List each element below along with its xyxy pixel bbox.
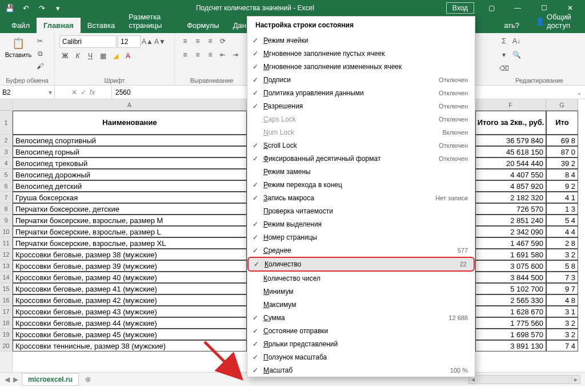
ctx-item-page-number[interactable]: ✓Номер страницы bbox=[247, 231, 475, 244]
cell-total-q2[interactable]: 3 075 600 bbox=[475, 260, 546, 272]
ctx-item-flash-blank[interactable]: ✓Мгновенное заполнение пустых ячеек bbox=[247, 47, 475, 60]
cell-total[interactable]: 69 8 bbox=[546, 135, 578, 146]
cut-icon[interactable]: ✂ bbox=[34, 35, 46, 47]
find-select-icon[interactable]: 🔍 bbox=[511, 49, 522, 60]
cell-total-q2[interactable]: 5 102 700 bbox=[475, 283, 546, 294]
cell-total[interactable]: 7 4 bbox=[546, 340, 578, 351]
ctx-item-fixed-dec[interactable]: ✓Фиксированный десятичный форматОтключен bbox=[247, 152, 475, 165]
fx-icon[interactable]: fx bbox=[90, 88, 95, 96]
cell-total[interactable]: 4 4 bbox=[546, 226, 578, 237]
cell-total[interactable]: 7 3 bbox=[546, 272, 578, 283]
ctx-item-selection-mode[interactable]: ✓Режим выделения bbox=[247, 217, 475, 231]
autosum-icon[interactable]: Σ bbox=[498, 35, 510, 47]
cell-total[interactable]: 2 8 bbox=[546, 237, 578, 249]
column-header-total[interactable]: Ито bbox=[546, 111, 578, 135]
cell-total-q2[interactable]: 1 691 580 bbox=[475, 249, 546, 260]
ctx-item-caps[interactable]: Caps LockОтключен bbox=[247, 112, 475, 126]
ctx-item-num-count[interactable]: Количество чисел bbox=[247, 272, 475, 285]
cell-total[interactable]: 1 3 bbox=[546, 203, 578, 215]
sort-filter-icon[interactable]: A↓ bbox=[511, 35, 522, 47]
cell-total[interactable]: 3 1 bbox=[546, 306, 578, 317]
cell-name[interactable]: Кроссовки беговые, размер 38 (мужские) bbox=[13, 249, 247, 260]
cell-total-q2[interactable]: 4 857 920 bbox=[475, 180, 546, 192]
font-name-select[interactable]: Calibri bbox=[59, 35, 117, 48]
ctx-item-end-mode[interactable]: ✓Режим перехода в конец bbox=[247, 178, 475, 191]
horizontal-scrollbar[interactable] bbox=[479, 375, 570, 384]
ribbon-options-icon[interactable]: ▢ bbox=[479, 0, 504, 16]
cell-total-q2[interactable]: 4 407 550 bbox=[475, 169, 546, 180]
ctx-item-cell-mode[interactable]: ✓Режим ячейки bbox=[247, 34, 475, 47]
row-header[interactable]: 10 bbox=[0, 226, 12, 237]
ctx-item-accessibility[interactable]: Проверка читаемости bbox=[247, 204, 475, 217]
italic-button[interactable]: К bbox=[72, 50, 83, 62]
row-header[interactable]: 4 bbox=[0, 157, 12, 169]
col-header-f[interactable]: F bbox=[475, 99, 546, 111]
row-header[interactable]: 5 bbox=[0, 169, 12, 180]
cell-total[interactable]: 3 2 bbox=[546, 249, 578, 260]
ctx-item-upload[interactable]: ✓Состояние отправки bbox=[247, 324, 475, 337]
ctx-item-min[interactable]: Минимум bbox=[247, 285, 475, 298]
sign-in-button[interactable]: Вход bbox=[446, 2, 474, 14]
tab-tell-me[interactable]: ать? bbox=[497, 18, 526, 33]
font-size-select[interactable]: 12 bbox=[118, 35, 141, 48]
col-header-g[interactable]: G bbox=[546, 99, 578, 111]
align-center-icon[interactable]: ≡ bbox=[192, 49, 203, 60]
row-header[interactable]: 19 bbox=[0, 329, 12, 340]
ctx-item-zoom[interactable]: ✓Масштаб100 % bbox=[247, 363, 475, 377]
cell-total[interactable]: 3 2 bbox=[546, 329, 578, 340]
ctx-item-macro[interactable]: ✓Запись макросаНет записи bbox=[247, 191, 475, 204]
ctx-item-scroll[interactable]: ✓Scroll LockОтключен bbox=[247, 139, 475, 152]
underline-button[interactable]: Ч bbox=[85, 50, 96, 62]
align-middle-icon[interactable]: ≡ bbox=[192, 35, 203, 47]
tab-insert[interactable]: Вставка bbox=[81, 18, 122, 33]
cell-total-q2[interactable]: 2 182 320 bbox=[475, 192, 546, 203]
cell-total-q2[interactable]: 3 891 130 bbox=[475, 340, 546, 351]
row-header[interactable]: 16 bbox=[0, 294, 12, 306]
decrease-font-icon[interactable]: A▼ bbox=[154, 36, 166, 47]
orientation-icon[interactable]: ⟳ bbox=[217, 35, 229, 47]
row-header[interactable]: 13 bbox=[0, 260, 12, 272]
cell-name[interactable]: Кроссовки беговые, размер 45 (мужские) bbox=[13, 329, 247, 340]
cancel-formula-icon[interactable]: ✕ bbox=[71, 88, 77, 96]
cell-name[interactable]: Кроссовки беговые, размер 40 (мужские) bbox=[13, 272, 247, 283]
tab-home[interactable]: Главная bbox=[37, 18, 81, 33]
cell-name[interactable]: Велосипед дорожный bbox=[13, 169, 247, 180]
cell-name[interactable]: Кроссовки беговые, размер 41 (мужские) bbox=[13, 283, 247, 294]
fill-color-icon[interactable]: ◢ bbox=[110, 50, 121, 62]
cell-total-q2[interactable]: 726 570 bbox=[475, 203, 546, 215]
cell-name[interactable]: Перчатки боксерские, взрослые, размер L bbox=[13, 226, 247, 237]
ctx-item-num[interactable]: Num LockВключен bbox=[247, 126, 475, 139]
cell-total[interactable]: 4 1 bbox=[546, 192, 578, 203]
cell-name[interactable]: Груша боксерская bbox=[13, 192, 247, 203]
cell-total-q2[interactable]: 1 698 570 bbox=[475, 329, 546, 340]
align-top-icon[interactable]: ≡ bbox=[179, 35, 191, 47]
redo-icon[interactable]: ↷ bbox=[35, 2, 48, 14]
share-button[interactable]: 👤 Общий доступ bbox=[526, 9, 585, 33]
cell-total[interactable]: 4 8 bbox=[546, 294, 578, 306]
cell-total-q2[interactable]: 3 844 500 bbox=[475, 272, 546, 283]
cell-name[interactable]: Кроссовки беговые, размер 39 (мужские) bbox=[13, 260, 247, 272]
cell-name[interactable]: Кроссовки беговые, размер 43 (мужские) bbox=[13, 306, 247, 317]
paste-button[interactable]: 📋 Вставить bbox=[5, 35, 32, 58]
select-all-corner[interactable] bbox=[0, 99, 12, 111]
row-header[interactable]: 18 bbox=[0, 317, 12, 329]
cell-name[interactable]: Велосипед детский bbox=[13, 180, 247, 192]
cell-total-q2[interactable]: 36 579 840 bbox=[475, 135, 546, 146]
increase-font-icon[interactable]: A▲ bbox=[142, 36, 153, 47]
tab-formulas[interactable]: Формулы bbox=[180, 18, 226, 33]
cell-total[interactable]: 39 2 bbox=[546, 157, 578, 169]
align-left-icon[interactable]: ≡ bbox=[179, 49, 191, 60]
ctx-item-average[interactable]: ✓Среднее577 bbox=[247, 244, 475, 257]
row-header[interactable]: 15 bbox=[0, 283, 12, 294]
scroll-right-icon[interactable]: ▸ bbox=[571, 375, 580, 384]
cell-total-q2[interactable]: 20 544 440 bbox=[475, 157, 546, 169]
cell-total[interactable]: 5 8 bbox=[546, 260, 578, 272]
row-header[interactable]: 20 bbox=[0, 340, 12, 351]
cell-total-q2[interactable]: 1 628 670 bbox=[475, 306, 546, 317]
cell-total[interactable]: 8 4 bbox=[546, 169, 578, 180]
sheet-tab[interactable]: microexcel.ru bbox=[22, 373, 79, 386]
cell-total-q2[interactable]: 2 342 090 bbox=[475, 226, 546, 237]
cell-total-q2[interactable]: 2 851 240 bbox=[475, 215, 546, 226]
fill-icon[interactable]: ▾ bbox=[498, 49, 510, 60]
tab-file[interactable]: Файл bbox=[5, 18, 37, 33]
